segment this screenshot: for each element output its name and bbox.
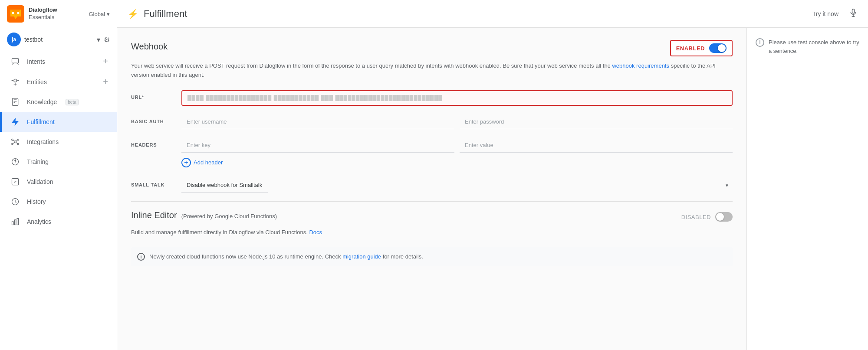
inline-editor-toggle-area: DISABLED xyxy=(681,212,733,222)
inline-editor-toggle[interactable] xyxy=(715,212,733,222)
webhook-section: Webhook ENABLED Your web service will re… xyxy=(131,40,733,193)
top-bar: ⚡ Fulfillment Try it now xyxy=(117,0,868,28)
sidebar-nav: Intents + Entities + Knowledge beta Fulf… xyxy=(0,51,117,232)
avatar: ja xyxy=(7,33,21,46)
sidebar-item-entities-label: Entities xyxy=(27,79,47,85)
side-info: i Please use test console above to try a… xyxy=(756,38,859,55)
headers-label: HEADERS xyxy=(131,138,174,147)
sidebar-item-analytics-label: Analytics xyxy=(27,218,51,225)
inline-editor-disabled-label: DISABLED xyxy=(681,214,711,220)
validation-icon xyxy=(10,177,20,186)
sidebar-item-intents[interactable]: Intents + xyxy=(0,51,117,72)
sidebar-item-intents-label: Intents xyxy=(27,58,45,65)
logo-text: Dialogflow Essentials xyxy=(29,7,57,21)
sidebar-item-knowledge[interactable]: Knowledge beta xyxy=(0,92,117,112)
sidebar-item-validation-label: Validation xyxy=(27,178,53,185)
knowledge-icon xyxy=(10,97,20,107)
global-selector[interactable]: Global ▾ xyxy=(89,11,110,17)
inline-editor-section: Inline Editor (Powered by Google Cloud F… xyxy=(131,210,733,266)
svg-point-19 xyxy=(12,143,13,144)
entity-icon xyxy=(10,77,20,87)
side-panel: i Please use test console above to try a… xyxy=(746,28,868,350)
sidebar-item-training-label: Training xyxy=(27,158,49,165)
svg-marker-15 xyxy=(12,118,19,126)
inline-editor-title: Inline Editor xyxy=(131,210,177,220)
sidebar-item-history[interactable]: History xyxy=(0,192,117,212)
sidebar-item-fulfillment[interactable]: Fulfillment xyxy=(0,112,117,132)
sidebar-item-fulfillment-label: Fulfillment xyxy=(27,118,55,125)
headers-inputs: + Add header xyxy=(181,138,733,169)
add-header-label: Add header xyxy=(194,159,223,166)
svg-rect-31 xyxy=(852,9,855,13)
key-input[interactable] xyxy=(181,138,454,153)
small-talk-form-row: SMALL TALK Disable webhook for Smalltalk… xyxy=(131,178,733,193)
page-lightning-icon: ⚡ xyxy=(128,9,138,19)
svg-rect-29 xyxy=(14,220,16,225)
sidebar-item-training[interactable]: Training xyxy=(0,152,117,172)
svg-rect-30 xyxy=(17,219,18,225)
sidebar-item-analytics[interactable]: Analytics xyxy=(0,212,117,232)
small-talk-select[interactable]: Disable webhook for Smalltalk Enable web… xyxy=(181,178,268,193)
page-title-area: ⚡ Fulfillment xyxy=(128,8,807,20)
inline-editor-header: Inline Editor (Powered by Google Cloud F… xyxy=(131,210,733,224)
url-form-row: URL* xyxy=(131,90,733,106)
migration-guide-link[interactable]: migration guide xyxy=(342,253,381,260)
sidebar-item-entities[interactable]: Entities + xyxy=(0,72,117,92)
webhook-description: Your web service will receive a POST req… xyxy=(131,62,733,80)
add-header-button[interactable]: + Add header xyxy=(181,156,733,169)
section-divider xyxy=(131,201,733,202)
sidebar-item-knowledge-label: Knowledge xyxy=(27,98,57,105)
sidebar-item-history-label: History xyxy=(27,198,46,205)
svg-point-20 xyxy=(17,143,19,144)
add-intent-icon[interactable]: + xyxy=(103,56,108,66)
sidebar-header: Dialogflow Essentials Global ▾ xyxy=(0,0,117,28)
dialogflow-logo xyxy=(7,5,24,23)
webhook-section-title: Webhook xyxy=(131,42,168,52)
webhook-enabled-label: ENABLED xyxy=(676,45,705,52)
dropdown-arrow-icon[interactable]: ▾ xyxy=(97,36,100,44)
sidebar-item-integrations[interactable]: Integrations xyxy=(0,132,117,152)
webhook-toggle-switch[interactable] xyxy=(709,43,727,53)
training-icon xyxy=(10,157,20,167)
info-icon: i xyxy=(137,253,145,261)
settings-icon[interactable]: ⚙ xyxy=(104,36,110,44)
url-input[interactable] xyxy=(182,91,732,105)
side-info-icon: i xyxy=(756,38,764,47)
svg-rect-28 xyxy=(12,222,13,225)
svg-rect-5 xyxy=(12,58,19,63)
inline-editor-description: Build and manage fulfillment directly in… xyxy=(131,228,733,237)
inline-editor-title-group: Inline Editor (Powered by Google Cloud F… xyxy=(131,210,277,224)
fulfillment-lightning-icon xyxy=(10,117,20,127)
basic-auth-form-row: BASIC AUTH xyxy=(131,114,733,129)
sidebar-item-validation[interactable]: Validation xyxy=(0,172,117,192)
small-talk-label: SMALL TALK xyxy=(131,178,174,187)
password-input[interactable] xyxy=(460,114,733,129)
username-input[interactable] xyxy=(181,114,454,129)
svg-line-22 xyxy=(16,140,17,141)
svg-rect-11 xyxy=(12,98,18,106)
mic-icon[interactable] xyxy=(849,8,858,20)
basic-auth-label: BASIC AUTH xyxy=(131,114,174,124)
webhook-section-header: Webhook ENABLED xyxy=(131,40,733,56)
url-input-wrapper xyxy=(181,90,733,106)
svg-point-6 xyxy=(14,79,17,82)
value-input[interactable] xyxy=(460,138,733,153)
side-info-text: Please use test console above to try a s… xyxy=(769,38,859,55)
info-box: i Newly created cloud functions now use … xyxy=(131,247,733,266)
agent-row: ja testbot ▾ ⚙ xyxy=(0,28,117,51)
add-entity-icon[interactable]: + xyxy=(103,77,108,87)
analytics-icon xyxy=(10,217,20,226)
add-header-plus-icon: + xyxy=(181,158,191,167)
try-it-now-button[interactable]: Try it now xyxy=(807,7,844,21)
webhook-toggle-area: ENABLED xyxy=(670,40,733,56)
content-split: Webhook ENABLED Your web service will re… xyxy=(117,28,868,350)
headers-inputs-row xyxy=(181,138,733,153)
content-main-scroll: Webhook ENABLED Your web service will re… xyxy=(117,28,746,350)
webhook-requirements-link[interactable]: webhook requirements xyxy=(612,62,669,69)
main-content: ⚡ Fulfillment Try it now Webhook ENABLED xyxy=(117,0,868,350)
docs-link[interactable]: Docs xyxy=(309,229,322,236)
sidebar-item-integrations-label: Integrations xyxy=(27,138,59,145)
svg-line-23 xyxy=(13,142,14,144)
svg-point-4 xyxy=(17,12,20,14)
svg-line-24 xyxy=(16,142,17,144)
